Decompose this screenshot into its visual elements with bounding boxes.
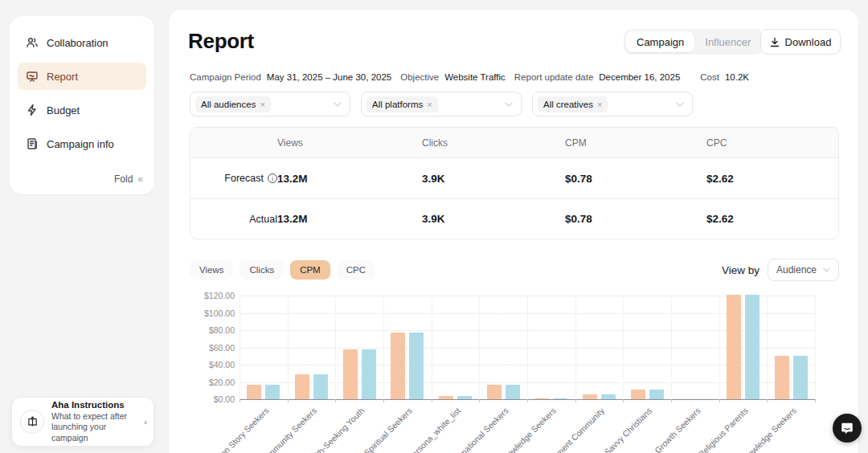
meta-value: 10.2K <box>725 72 749 82</box>
x-axis-category-label: Media Savvy Christians <box>585 406 654 453</box>
sidebar-item-label: Budget <box>47 104 80 116</box>
bar-forecast <box>247 385 261 399</box>
x-axis-tick <box>767 399 768 402</box>
chip-label: All audiences <box>201 100 256 109</box>
gridline <box>335 296 336 399</box>
x-axis-tick <box>719 399 720 402</box>
x-axis-tick <box>240 399 240 402</box>
bar-forecast <box>583 394 597 399</box>
filter-row: All audiences × All platforms × All crea… <box>190 92 693 116</box>
meta-value: Website Traffic <box>444 72 506 82</box>
view-by-select[interactable]: Audience <box>768 259 839 281</box>
budget-icon <box>26 104 39 116</box>
x-axis-tick <box>671 399 672 402</box>
x-axis-category-label: Faith-Seeking Youth <box>306 406 366 453</box>
sidebar-item-campaign-info[interactable]: Campaign info <box>18 130 146 157</box>
sidebar-item-collaboration[interactable]: Collaboration <box>18 29 146 56</box>
bar-forecast <box>534 398 549 399</box>
meta-label: Cost <box>700 72 719 82</box>
y-axis-tick-label: $20.00 <box>186 378 235 387</box>
gridline <box>527 296 528 399</box>
actual-views: 13.2M <box>277 213 422 225</box>
page-title: Report <box>188 29 254 54</box>
actual-cpc: $2.62 <box>706 213 839 225</box>
bar-actual <box>457 396 472 399</box>
tab-views[interactable]: Views <box>190 260 233 280</box>
gridline <box>240 348 815 349</box>
gridline <box>240 296 240 399</box>
y-axis-tick-label: $80.00 <box>186 325 235 335</box>
gridline <box>240 382 815 383</box>
platform-filter-select[interactable]: All platforms × <box>361 92 522 116</box>
sidebar-item-budget[interactable]: Budget <box>18 96 146 124</box>
chevron-down-icon <box>676 102 684 107</box>
chevrons-left-icon: « <box>137 173 141 185</box>
report-type-toggle: Campaign Influencer <box>624 29 764 55</box>
report-panel: Report Campaign Influencer Download Camp… <box>169 10 858 453</box>
audience-filter-select[interactable]: All audiences × <box>190 92 350 116</box>
x-axis-tick <box>575 399 576 402</box>
gridline <box>671 296 672 399</box>
y-axis-tick-label: $120.00 <box>186 291 235 300</box>
bar-actual <box>793 356 808 399</box>
y-axis-tick-label: $40.00 <box>186 360 235 369</box>
meta-value: May 31, 2025 – June 30, 2025 <box>267 72 391 82</box>
forecast-cpm: $0.78 <box>565 173 706 185</box>
sidebar-item-report[interactable]: Report <box>18 63 146 90</box>
tab-cpc[interactable]: CPC <box>337 260 375 280</box>
x-axis-line <box>240 399 815 400</box>
bar-actual <box>265 385 280 399</box>
info-icon[interactable]: i <box>268 173 277 183</box>
x-axis-tick <box>383 399 384 402</box>
tab-cpm[interactable]: CPM <box>290 260 330 280</box>
tab-clicks[interactable]: Clicks <box>240 260 284 280</box>
filter-chip: All platforms × <box>366 96 438 112</box>
bar-forecast <box>295 374 309 399</box>
x-axis-tick <box>479 399 480 402</box>
chat-launcher-button[interactable] <box>833 414 862 443</box>
bar-actual <box>409 333 424 399</box>
download-icon <box>770 37 780 47</box>
view-by-label: View by <box>722 264 760 276</box>
fold-label: Fold <box>114 173 133 185</box>
chat-bubble-icon <box>840 421 854 435</box>
view-by-control: View by Audience <box>722 259 839 281</box>
y-axis-tick-label: $100.00 <box>186 308 235 318</box>
chevron-down-icon <box>334 102 342 107</box>
bar-forecast <box>727 295 741 399</box>
remove-chip-icon[interactable]: × <box>427 100 432 109</box>
aha-instructions-card[interactable]: Aha Instructions What to expect after la… <box>11 397 154 447</box>
download-button[interactable]: Download <box>760 29 841 55</box>
remove-chip-icon[interactable]: × <box>260 100 264 109</box>
row-label: Actual <box>249 214 277 225</box>
chart-metric-tabs: Views Clicks CPM CPC <box>190 260 375 280</box>
aha-subtitle: What to expect after launching your camp… <box>51 411 137 444</box>
meta-label: Report update date <box>514 72 593 82</box>
meta-label: Objective <box>400 72 439 82</box>
bar-forecast <box>439 396 453 399</box>
bar-actual <box>506 385 520 399</box>
chip-label: All creatives <box>543 100 593 109</box>
x-axis-category-label: Informational Seekers <box>445 406 510 453</box>
bar-forecast <box>391 333 405 399</box>
creative-filter-select[interactable]: All creatives × <box>532 92 693 116</box>
fold-sidebar-button[interactable]: Fold « <box>114 173 141 185</box>
chip-label: All platforms <box>372 100 423 109</box>
sidebar-item-label: Campaign info <box>47 138 114 150</box>
tab-influencer[interactable]: Influencer <box>694 31 761 52</box>
tab-campaign[interactable]: Campaign <box>626 31 694 52</box>
bar-forecast <box>487 385 502 399</box>
gridline <box>815 296 816 399</box>
gridline <box>288 296 289 399</box>
open-book-icon <box>20 410 44 434</box>
chevron-down-icon <box>505 102 513 107</box>
gridline <box>479 296 480 399</box>
x-axis-category-label: Driven Story Seekers <box>207 406 271 453</box>
x-axis-category-label: Spiritual Seekers <box>362 406 415 453</box>
sidebar-item-label: Collaboration <box>47 37 108 49</box>
forecast-views: 13.2M <box>277 173 422 185</box>
remove-chip-icon[interactable]: × <box>597 100 602 109</box>
forecast-clicks: 3.9K <box>422 173 565 185</box>
gridline <box>240 330 815 331</box>
bar-actual <box>553 398 567 399</box>
